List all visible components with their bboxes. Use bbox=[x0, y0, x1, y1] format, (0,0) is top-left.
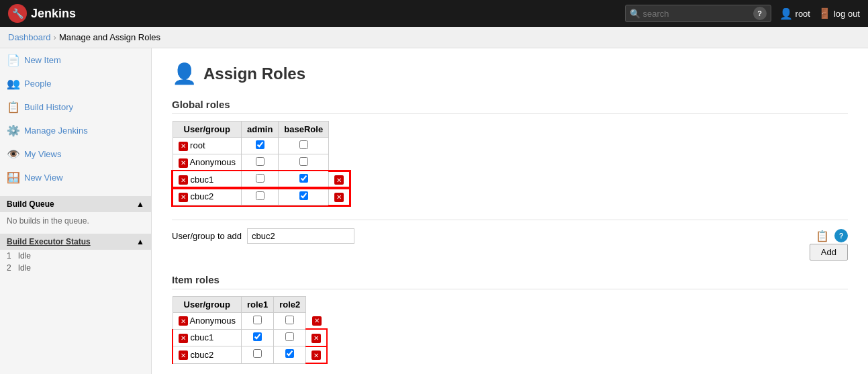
baserole-checkbox-cbuc2[interactable] bbox=[299, 191, 308, 200]
admin-check-root[interactable] bbox=[242, 138, 279, 154]
item-role1-cbuc2[interactable] bbox=[242, 346, 274, 364]
search-icon: 🔍 bbox=[630, 9, 640, 19]
admin-check-cbuc2[interactable] bbox=[242, 188, 279, 205]
del-cbuc1[interactable]: ✕ bbox=[329, 171, 350, 189]
sidebar-item-my-views-label[interactable]: My Views bbox=[24, 149, 61, 159]
baserole-check-root[interactable] bbox=[279, 138, 329, 154]
assign-roles-icon: 👤 bbox=[172, 62, 197, 85]
item-role1-checkbox-cbuc2[interactable] bbox=[253, 349, 262, 358]
clipboard-icon[interactable]: 📋 bbox=[816, 230, 829, 242]
build-executor-title: Build Executor Status bbox=[7, 237, 91, 246]
delete-cbuc1-icon[interactable]: ✕ bbox=[179, 175, 188, 185]
search-input[interactable] bbox=[643, 9, 751, 19]
sidebar-item-new-item[interactable]: 📄 New Item bbox=[0, 48, 151, 72]
item-role1-cbuc1[interactable] bbox=[242, 329, 274, 346]
item-role2-checkbox-cbuc2[interactable] bbox=[285, 349, 294, 358]
item-role2-cbuc1[interactable] bbox=[274, 329, 306, 346]
people-icon: 👥 bbox=[7, 77, 20, 90]
table-row: ✕ Anonymous ✕ bbox=[173, 312, 327, 329]
baserole-check-anon[interactable] bbox=[279, 154, 329, 171]
item-del-cbuc2-cell[interactable]: ✕ bbox=[306, 346, 328, 364]
baserole-checkbox-anon[interactable] bbox=[299, 157, 308, 166]
delete-cbuc2-icon[interactable]: ✕ bbox=[179, 193, 188, 202]
layout: 📄 New Item 👥 People 📋 Build History ⚙️ M… bbox=[0, 48, 868, 374]
admin-check-anon[interactable] bbox=[242, 154, 279, 171]
global-add-button[interactable]: Add bbox=[810, 244, 848, 261]
item-role1-anon[interactable] bbox=[242, 312, 274, 329]
sidebar-item-people-label[interactable]: People bbox=[24, 79, 51, 89]
baserole-check-cbuc1[interactable] bbox=[279, 171, 329, 189]
build-executor-chevron: ▲ bbox=[136, 237, 144, 246]
search-help-icon[interactable]: ? bbox=[753, 7, 767, 20]
row-delete-cbuc2-icon[interactable]: ✕ bbox=[334, 193, 344, 202]
breadcrumb: Dashboard › Manage and Assign Roles bbox=[0, 27, 868, 48]
item-col-role1: role1 bbox=[242, 296, 274, 312]
del-cbuc2[interactable]: ✕ bbox=[329, 188, 350, 205]
item-del-cbuc1-cell[interactable]: ✕ bbox=[306, 329, 328, 346]
table-row-highlighted: ✕ cbuc2 ✕ bbox=[173, 346, 327, 364]
baserole-check-cbuc2[interactable] bbox=[279, 188, 329, 205]
global-add-input[interactable] bbox=[247, 228, 354, 244]
breadcrumb-current: Manage and Assign Roles bbox=[59, 32, 160, 42]
item-role2-checkbox-cbuc1[interactable] bbox=[285, 332, 294, 341]
item-role2-cbuc2[interactable] bbox=[274, 346, 306, 364]
executor-1: 1 Idle bbox=[0, 250, 151, 262]
admin-checkbox-anon[interactable] bbox=[256, 157, 264, 166]
admin-checkbox-root[interactable] bbox=[256, 140, 264, 149]
item-role1-checkbox-anon[interactable] bbox=[253, 316, 262, 324]
admin-check-cbuc1[interactable] bbox=[242, 171, 279, 189]
sidebar-item-new-item-label[interactable]: New Item bbox=[24, 55, 61, 65]
username-label: root bbox=[795, 9, 810, 19]
build-queue-content: No builds in the queue. bbox=[0, 212, 151, 230]
build-queue-empty: No builds in the queue. bbox=[7, 216, 89, 226]
logo-text: Jenkins bbox=[31, 7, 76, 21]
new-item-icon: 📄 bbox=[7, 54, 20, 66]
delete-anonymous-icon[interactable]: ✕ bbox=[179, 158, 188, 168]
sidebar-item-build-history[interactable]: 📋 Build History bbox=[0, 95, 151, 119]
item-role2-checkbox-anon[interactable] bbox=[285, 316, 294, 324]
admin-checkbox-cbuc1[interactable] bbox=[256, 174, 264, 183]
user-cell-cbuc1: ✕ cbuc1 bbox=[173, 171, 242, 189]
baserole-checkbox-cbuc1[interactable] bbox=[299, 174, 308, 183]
global-col-admin: admin bbox=[242, 122, 279, 138]
sidebar-item-manage-jenkins-label[interactable]: Manage Jenkins bbox=[24, 126, 88, 136]
sidebar-item-manage-jenkins[interactable]: ⚙️ Manage Jenkins bbox=[0, 119, 151, 142]
manage-jenkins-icon: ⚙️ bbox=[7, 124, 20, 137]
new-view-icon: 🪟 bbox=[7, 171, 20, 184]
user-icon: 👤 bbox=[779, 7, 793, 20]
jenkins-icon: 🔧 bbox=[8, 4, 27, 23]
row-delete-cbuc1-icon[interactable]: ✕ bbox=[334, 175, 344, 185]
item-delete-anonymous-icon[interactable]: ✕ bbox=[179, 316, 188, 326]
logout-icon: 🚪 bbox=[818, 7, 831, 19]
build-executor-section[interactable]: Build Executor Status ▲ bbox=[0, 234, 151, 250]
user-cell-root: ✕ root bbox=[173, 138, 242, 154]
item-role1-checkbox-cbuc1[interactable] bbox=[253, 332, 262, 341]
table-row-highlighted: ✕ cbuc2 ✕ bbox=[173, 188, 350, 205]
baserole-checkbox-root[interactable] bbox=[299, 140, 308, 149]
item-delete-cbuc1-icon[interactable]: ✕ bbox=[179, 334, 188, 343]
sidebar-item-new-view[interactable]: 🪟 New View bbox=[0, 166, 151, 189]
breadcrumb-home[interactable]: Dashboard bbox=[8, 32, 51, 42]
global-add-btn-row: Add bbox=[172, 244, 848, 261]
item-del-anon-icon[interactable]: ✕ bbox=[312, 316, 322, 326]
item-roles-table: User/group role1 role2 ✕ Anonymous ✕ bbox=[172, 296, 328, 365]
sidebar-item-people[interactable]: 👥 People bbox=[0, 72, 151, 95]
item-delete-cbuc2-icon[interactable]: ✕ bbox=[179, 350, 188, 360]
my-views-icon: 👁️ bbox=[7, 148, 20, 160]
build-queue-section[interactable]: Build Queue ▲ bbox=[0, 196, 151, 212]
logout-button[interactable]: 🚪 log out bbox=[818, 7, 860, 19]
header: 🔧 Jenkins 🔍 ? 👤 root 🚪 log out bbox=[0, 0, 868, 27]
item-del-anon-cell: ✕ bbox=[306, 312, 328, 329]
item-role2-anon[interactable] bbox=[274, 312, 306, 329]
global-add-help[interactable]: ? bbox=[834, 229, 848, 242]
sidebar-item-new-view-label[interactable]: New View bbox=[24, 173, 63, 183]
admin-checkbox-cbuc2[interactable] bbox=[256, 191, 264, 200]
item-del-cbuc1-icon[interactable]: ✕ bbox=[311, 334, 321, 343]
item-del-cbuc2-icon[interactable]: ✕ bbox=[311, 350, 321, 360]
logout-label: log out bbox=[834, 9, 860, 19]
sidebar-item-my-views[interactable]: 👁️ My Views bbox=[0, 142, 151, 166]
sidebar-item-build-history-label[interactable]: Build History bbox=[24, 102, 73, 112]
sidebar: 📄 New Item 👥 People 📋 Build History ⚙️ M… bbox=[0, 48, 152, 374]
delete-root-icon[interactable]: ✕ bbox=[179, 142, 188, 151]
build-history-icon: 📋 bbox=[7, 101, 20, 113]
